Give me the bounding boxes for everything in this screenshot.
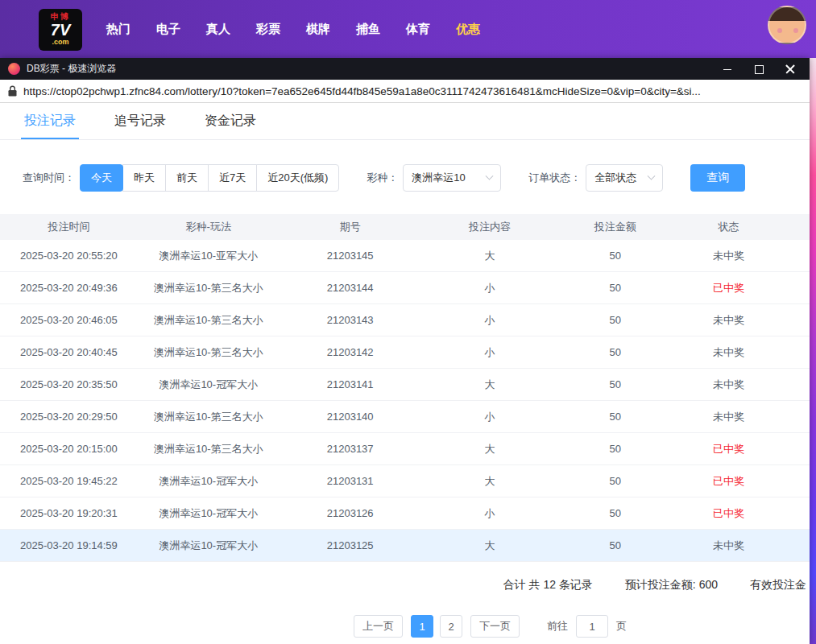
time-option-5[interactable]: 近20天(低频): [256, 164, 339, 192]
nav-item-7[interactable]: 体育: [406, 22, 430, 37]
bet-records-table: 投注时间彩种-玩法期号投注内容投注金额状态 2025-03-20 20:55:2…: [0, 214, 810, 562]
nav-item-6[interactable]: 捕鱼: [356, 22, 380, 37]
cell-bet-time: 2025-03-20 19:20:31: [0, 507, 138, 519]
search-button[interactable]: 查询: [690, 164, 745, 192]
table-row[interactable]: 2025-03-20 20:49:36澳洲幸运10-第三名大小21203144小…: [0, 272, 810, 304]
time-filter-group: 今天昨天前天近7天近20天(低频): [80, 164, 339, 192]
cell-bet-amount: 50: [558, 475, 672, 487]
cell-status: 已中奖: [672, 442, 785, 456]
table-row[interactable]: 2025-03-20 20:29:50澳洲幸运10-第三名大小21203140小…: [0, 401, 810, 433]
nav-item-1[interactable]: 热门: [106, 22, 130, 37]
page-suffix-label: 页: [616, 619, 627, 634]
site-top-nav: 申博 7V .com 热门电子真人彩票棋牌捕鱼体育优惠: [0, 0, 816, 58]
cell-game-play: 澳洲幸运10-冠军大小: [138, 378, 280, 392]
time-option-3[interactable]: 前天: [165, 164, 209, 192]
table-row[interactable]: 2025-03-20 19:20:31澳洲幸运10-冠军大小21203126小5…: [0, 497, 810, 530]
nav-item-8[interactable]: 优惠: [456, 22, 480, 37]
lottery-label: 彩种：: [367, 171, 398, 185]
cell-bet-time: 2025-03-20 20:15:00: [0, 443, 138, 455]
nav-item-5[interactable]: 棋牌: [306, 22, 330, 37]
cell-bet-time: 2025-03-20 20:40:45: [0, 346, 138, 358]
browser-window: DB彩票 - 极速浏览器 https://ctop02pchwp1.zfnc84…: [0, 58, 810, 644]
app-icon: [8, 63, 20, 75]
window-title: DB彩票 - 极速浏览器: [27, 62, 116, 76]
goto-label: 前往: [547, 619, 568, 634]
table-header-cell-5: 投注金额: [558, 220, 672, 234]
cell-issue-number: 21203141: [280, 378, 421, 390]
background-page-strip: [810, 58, 816, 644]
cell-bet-content: 小: [421, 313, 559, 328]
cell-bet-time: 2025-03-20 19:45:22: [0, 475, 138, 487]
cell-issue-number: 21203144: [280, 282, 421, 294]
site-logo[interactable]: 申博 7V .com: [39, 9, 82, 51]
cell-status: 未中奖: [672, 345, 785, 360]
lottery-select[interactable]: 澳洲幸运10: [403, 164, 501, 192]
site-nav-menu: 热门电子真人彩票棋牌捕鱼体育优惠: [106, 9, 480, 51]
cell-bet-content: 大: [421, 539, 559, 553]
logo-text-mid: 7V: [51, 22, 70, 38]
table-row[interactable]: 2025-03-20 19:45:22澳洲幸运10-冠军大小21203131大5…: [0, 465, 810, 497]
table-header: 投注时间彩种-玩法期号投注内容投注金额状态: [0, 214, 810, 240]
cell-bet-amount: 50: [558, 411, 672, 423]
summary-valid-amount: 有效投注金: [750, 578, 806, 592]
cell-issue-number: 21203125: [280, 539, 421, 551]
cell-status: 已中奖: [672, 506, 785, 521]
cell-issue-number: 21203140: [280, 411, 421, 423]
next-page-button[interactable]: 下一页: [470, 615, 520, 638]
cell-bet-amount: 50: [558, 443, 672, 455]
time-option-2[interactable]: 昨天: [122, 164, 166, 192]
tab-2[interactable]: 追号记录: [111, 103, 169, 139]
user-avatar[interactable]: [768, 6, 806, 44]
maximize-button[interactable]: [754, 64, 764, 74]
table-row[interactable]: 2025-03-20 20:15:00澳洲幸运10-第三名大小21203137大…: [0, 433, 810, 465]
page-numbers: 12: [411, 615, 462, 638]
table-row[interactable]: 2025-03-20 19:14:59澳洲幸运10-冠军大小21203125大5…: [0, 530, 810, 562]
table-header-cell-2: 彩种-玩法: [138, 220, 280, 234]
nav-item-2[interactable]: 电子: [156, 22, 180, 37]
table-row[interactable]: 2025-03-20 20:35:50澳洲幸运10-冠军大小21203141大5…: [0, 369, 810, 401]
order-status-select[interactable]: 全部状态: [586, 164, 663, 192]
cell-bet-time: 2025-03-20 19:14:59: [0, 539, 138, 551]
table-row[interactable]: 2025-03-20 20:40:45澳洲幸运10-第三名大小21203142小…: [0, 336, 810, 369]
cell-bet-amount: 50: [558, 346, 672, 358]
cell-game-play: 澳洲幸运10-第三名大小: [138, 410, 280, 424]
nav-item-3[interactable]: 真人: [206, 22, 230, 37]
cell-bet-content: 小: [421, 506, 559, 521]
page-number-2[interactable]: 2: [440, 615, 462, 638]
filter-bar: 查询时间： 今天昨天前天近7天近20天(低频) 彩种： 澳洲幸运10 订单状态：…: [23, 164, 810, 192]
url-text: https://ctop02pchwp1.zfnc84.com/lottery/…: [23, 85, 701, 97]
cell-status: 未中奖: [672, 378, 785, 392]
cell-bet-content: 小: [421, 281, 559, 295]
table-header-cell-1: 投注时间: [0, 220, 138, 234]
cell-bet-content: 大: [421, 442, 559, 456]
cell-bet-time: 2025-03-20 20:35:50: [0, 378, 138, 390]
nav-item-4[interactable]: 彩票: [256, 22, 280, 37]
lock-icon: [8, 85, 17, 97]
table-row[interactable]: 2025-03-20 20:46:05澳洲幸运10-第三名大小21203143小…: [0, 304, 810, 336]
table-row[interactable]: 2025-03-20 20:55:20澳洲幸运10-亚军大小21203145大5…: [0, 240, 810, 272]
tab-1[interactable]: 投注记录: [21, 103, 79, 139]
cell-status: 未中奖: [672, 249, 785, 263]
logo-text-top: 申博: [51, 13, 70, 21]
lottery-select-value: 澳洲幸运10: [412, 171, 465, 185]
cell-bet-time: 2025-03-20 20:49:36: [0, 282, 138, 294]
cell-status: 未中奖: [672, 539, 785, 553]
cell-issue-number: 21203143: [280, 314, 421, 326]
minimize-button[interactable]: [723, 64, 732, 74]
page-number-1[interactable]: 1: [411, 615, 433, 638]
address-bar[interactable]: https://ctop02pchwp1.zfnc84.com/lottery/…: [0, 80, 810, 103]
cell-bet-content: 小: [421, 410, 559, 424]
tab-3[interactable]: 资金记录: [201, 103, 259, 139]
close-button[interactable]: [785, 64, 795, 74]
time-option-4[interactable]: 近7天: [208, 164, 257, 192]
time-option-1[interactable]: 今天: [80, 164, 123, 192]
cell-bet-time: 2025-03-20 20:46:05: [0, 314, 138, 326]
goto-page-input[interactable]: [576, 615, 608, 638]
prev-page-button[interactable]: 上一页: [354, 615, 403, 638]
cell-bet-amount: 50: [558, 282, 672, 294]
cell-bet-content: 大: [421, 249, 559, 263]
cell-issue-number: 21203145: [280, 250, 421, 262]
cell-issue-number: 21203131: [280, 475, 421, 487]
cell-issue-number: 21203137: [280, 443, 421, 455]
table-header-cell-3: 期号: [280, 220, 421, 234]
